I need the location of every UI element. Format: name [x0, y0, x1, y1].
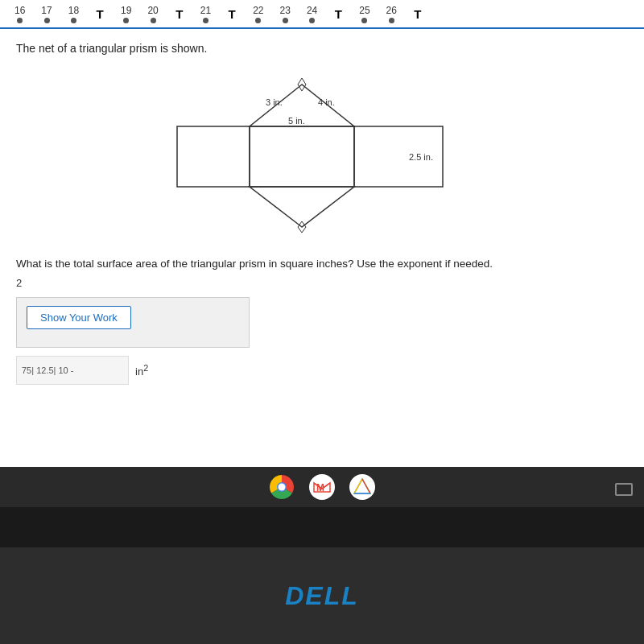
drive-icon[interactable]: [349, 474, 375, 500]
work-scratch-area: 75| 12.5| 10 -: [16, 356, 129, 385]
svg-text:5 in.: 5 in.: [288, 116, 305, 126]
net-diagram: 3 in. 4 in. 5 in. 2.5 in.: [16, 66, 628, 243]
svg-text:4 in.: 4 in.: [318, 97, 335, 107]
toolbar-item-18[interactable]: 18: [60, 3, 87, 25]
toolbar-item-26[interactable]: 26: [378, 3, 405, 25]
svg-rect-1: [177, 126, 250, 187]
dell-bar: DELL: [0, 547, 644, 644]
answer-unit: in2: [135, 363, 148, 378]
svg-text:2.5 in.: 2.5 in.: [409, 152, 433, 162]
question-body: What is the total surface area of the tr…: [16, 256, 628, 272]
main-content: The net of a triangular prism is shown.: [0, 29, 644, 398]
toolbar-items: 16 17 18 T 19 20 T: [6, 3, 431, 25]
toolbar-item-23[interactable]: 23: [272, 3, 299, 25]
screen-icon: [615, 483, 633, 496]
toolbar: 16 17 18 T 19 20 T: [0, 0, 644, 29]
toolbar-item-20[interactable]: 20: [139, 3, 166, 25]
toolbar-item-T4[interactable]: T: [325, 6, 351, 23]
toolbar-item-21[interactable]: 21: [192, 3, 219, 25]
question-intro: The net of a triangular prism is shown.: [16, 42, 628, 55]
toolbar-item-19[interactable]: 19: [113, 3, 139, 25]
toolbar-item-16[interactable]: 16: [6, 3, 33, 25]
toolbar-item-T3[interactable]: T: [219, 6, 245, 23]
toolbar-item-22[interactable]: 22: [245, 3, 271, 25]
toolbar-item-24[interactable]: 24: [299, 3, 325, 25]
svg-point-13: [279, 484, 286, 491]
chrome-icon[interactable]: [269, 474, 295, 500]
dell-logo: DELL: [285, 581, 359, 611]
svg-rect-0: [250, 126, 354, 187]
svg-text:3 in.: 3 in.: [266, 97, 283, 107]
toolbar-item-25[interactable]: 25: [351, 3, 378, 25]
exponent-label: 2: [16, 277, 628, 289]
triangular-prism-net-svg: 3 in. 4 in. 5 in. 2.5 in.: [153, 70, 491, 239]
unit-display: in2: [135, 363, 148, 378]
answer-row: 75| 12.5| 10 - in2: [16, 356, 628, 385]
show-work-container: Show Your Work: [16, 297, 250, 348]
svg-text:M: M: [316, 482, 324, 493]
screen: 16 17 18 T 19 20 T: [0, 0, 644, 507]
toolbar-item-17[interactable]: 17: [33, 3, 60, 25]
show-work-button[interactable]: Show Your Work: [27, 306, 131, 329]
toolbar-item-T1[interactable]: T: [87, 6, 113, 23]
toolbar-item-T2[interactable]: T: [167, 6, 192, 23]
toolbar-item-T5[interactable]: T: [405, 6, 431, 23]
gmail-icon[interactable]: M: [309, 474, 335, 500]
answer-section: Show Your Work 75| 12.5| 10 - in2: [16, 297, 628, 385]
taskbar: M: [0, 467, 644, 507]
work-scratch-text: 75| 12.5| 10 -: [22, 365, 73, 375]
